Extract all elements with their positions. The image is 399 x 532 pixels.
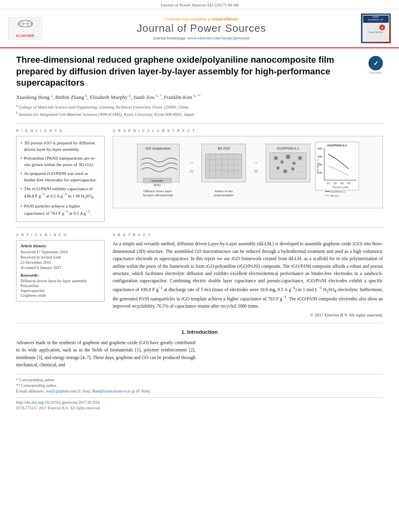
accepted-date: Accepted 8 January 2017	[21, 265, 100, 270]
svg-text:40: 40	[347, 182, 350, 185]
svg-point-41	[276, 166, 280, 170]
email-fkim[interactable]: fkim@icems.kyoto-u.ac.jp	[92, 389, 135, 393]
main-content: Three-dimensional reduced graphene oxide…	[0, 48, 399, 418]
introduction-section: 1. Introduction Advances made in the syn…	[16, 323, 383, 369]
author-3: Elizabeth Murphy b,	[90, 94, 133, 100]
graphical-abstract-label: G R A P H I C A L A B S T R A C T	[113, 129, 383, 133]
svg-text:rGO/PANI-0.1: rGO/PANI-0.1	[327, 144, 348, 147]
bullet-2: •	[21, 155, 22, 168]
crossmark-label: CrossMark	[368, 71, 383, 74]
highlights-box: • 3D porous rGO is prepared by diffusion…	[16, 136, 105, 222]
footnotes-section: * Corresponding author. ** Corresponding…	[16, 374, 383, 393]
highlight-text-1: 3D porous rGO is prepared by diffusion d…	[24, 140, 100, 153]
highlight-text-4: The rGO/PANI exhibits capacitance of 438…	[24, 185, 100, 201]
journal-title: Journal of Power Sources	[46, 22, 357, 35]
affiliations: a College of Materials Science and Engin…	[16, 103, 383, 118]
svg-text:JOURNAL OF: JOURNAL OF	[368, 18, 384, 21]
abstract-column: A B S T R A C T As a simple and versatil…	[113, 233, 383, 317]
svg-rect-22	[206, 154, 242, 178]
svg-text:3D rGO: 3D rGO	[217, 146, 230, 150]
svg-text:→: →	[253, 160, 258, 165]
footnote-emails: E-mail addresses: zoujl1@gmail.com (J. Z…	[16, 389, 383, 393]
svg-text:Diffusion driven layer-: Diffusion driven layer-	[144, 189, 173, 193]
email-fkim-name: (F. Kim).	[136, 389, 151, 393]
abstract-label: A B S T R A C T	[113, 233, 383, 237]
header-center: Contents lists available at ScienceDirec…	[46, 16, 357, 40]
svg-text:20: 20	[333, 182, 337, 185]
journal-url[interactable]: www.elsevier.com/locate/jpowsour	[187, 35, 249, 40]
crossmark-icon: ✓	[368, 56, 383, 70]
svg-text:●: ●	[381, 26, 383, 29]
sciencedirect-link-text[interactable]: ScienceDirect	[212, 16, 238, 21]
bullet-4: •	[21, 185, 22, 201]
svg-text:Aniline in-situ: Aniline in-situ	[215, 189, 233, 193]
svg-text:rGO/PANI-0.1: rGO/PANI-0.1	[331, 191, 346, 193]
svg-text:bPEI: bPEI	[154, 183, 160, 187]
author-1: Xiaodong Hong a,	[16, 94, 55, 100]
keywords-title: Keywords:	[21, 273, 100, 277]
svg-point-38	[286, 154, 290, 159]
svg-point-39	[292, 162, 296, 165]
keyword-2: Polyaniline	[21, 283, 100, 288]
graphical-abstract-column: G R A P H I C A L A B S T R A C T GO sus…	[113, 129, 383, 222]
article-info-column: A R T I C L E I N F O Article history: R…	[16, 233, 105, 317]
svg-point-43	[291, 167, 294, 170]
bottom-copyright: 0378-7753/© 2017 Elsevier B.V. All right…	[16, 406, 383, 410]
emails-label: E-mail addresses:	[16, 389, 45, 393]
footnote-double-star: ** Corresponding author.	[16, 383, 383, 388]
doi-link[interactable]: http://dx.doi.org/10.1016/j.jpowsour.201…	[16, 400, 99, 405]
author-2: Binbin Zhang b,	[55, 94, 90, 100]
elsevier-logo: ELSEVIER	[8, 17, 42, 39]
abstract-copyright: © 2017 Elsevier B.V. All rights reserved…	[113, 312, 383, 317]
svg-point-37	[280, 160, 284, 164]
article-info-label: A R T I C L E I N F O	[16, 233, 105, 237]
article-info-abstract-section: A R T I C L E I N F O Article history: R…	[16, 228, 383, 317]
svg-text:by-layer self-assembly: by-layer self-assembly	[143, 193, 173, 197]
svg-text:10: 10	[327, 182, 330, 185]
bullet-1: •	[21, 140, 22, 153]
svg-text:POWER: POWER	[372, 16, 380, 18]
journal-citation: Journal of Power Sources 343 (2017) 60–6…	[160, 2, 239, 7]
highlights-graphical-section: H I G H L I G H T S • 3D porous rGO is p…	[16, 123, 383, 222]
introduction-left-col: Advances made in the synthesis of graphe…	[16, 339, 195, 369]
abstract-text: As a simple and versatile method, diffus…	[113, 240, 383, 310]
bottom-links: http://dx.doi.org/10.1016/j.jpowsour.201…	[16, 397, 383, 410]
svg-text:30: 30	[340, 182, 343, 185]
keywords-section: Keywords: Diffusion driven layer-by-laye…	[21, 273, 100, 298]
highlight-item-2: • Polyaniline (PANI) nanoparticles are i…	[21, 155, 100, 168]
highlight-item-4: • The rGO/PANI exhibits capacitance of 4…	[21, 185, 100, 201]
revised-date: Received in revised form	[21, 255, 100, 259]
svg-text:(1): (1)	[190, 170, 193, 173]
author-4: Jianli Zou b, *,	[134, 94, 164, 100]
highlight-item-3: • As-prepared rGO/PANI was used as binde…	[21, 170, 100, 183]
svg-text:(2): (2)	[254, 170, 258, 173]
email-zou[interactable]: zoujl1@gmail.com	[45, 389, 76, 393]
header-section: ELSEVIER Contents lists available at Sci…	[0, 9, 399, 48]
introduction-right-col	[204, 339, 383, 369]
revised-date-2: 23 December 2016	[21, 260, 100, 265]
journal-top-bar: Journal of Power Sources 343 (2017) 60–6…	[0, 0, 399, 9]
svg-text:Cm (F g⁻¹): Cm (F g⁻¹)	[316, 159, 319, 173]
svg-text:300: 300	[317, 155, 322, 158]
email-zou-name: (J. Zou),	[78, 389, 93, 393]
graphical-abstract-svg: GO suspension bPEI substrate → (1)	[116, 140, 379, 204]
highlight-text-2: Polyaniline (PANI) nanoparticles are in-…	[24, 155, 100, 168]
article-title: Three-dimensional reduced graphene oxide…	[16, 54, 364, 89]
svg-text:Current (mA): Current (mA)	[332, 186, 348, 189]
highlights-label: H I G H L I G H T S	[16, 129, 105, 133]
svg-point-36	[274, 156, 278, 160]
affiliation-a: a College of Materials Science and Engin…	[16, 103, 383, 110]
author-5: Franklin Kim b, **	[164, 94, 201, 100]
article-title-section: Three-dimensional reduced graphene oxide…	[16, 54, 383, 89]
svg-point-40	[298, 156, 302, 160]
svg-text:3D rGO: 3D rGO	[331, 195, 339, 197]
svg-text:substrate: substrate	[152, 179, 163, 182]
sciencedirect-line: Contents lists available at ScienceDirec…	[46, 16, 357, 21]
keyword-1: Diffusion driven layer-by-layer assembly	[21, 279, 100, 283]
article-history-title: Article history:	[21, 244, 100, 248]
received-date: Received 17 September 2016	[21, 250, 100, 254]
highlights-column: H I G H L I G H T S • 3D porous rGO is p…	[16, 129, 105, 222]
highlight-item-5: • PANI particles achieve a higher capaci…	[21, 203, 100, 217]
highlight-text-5: PANI particles achieve a higher capacita…	[24, 203, 100, 217]
svg-text:400: 400	[317, 147, 322, 150]
